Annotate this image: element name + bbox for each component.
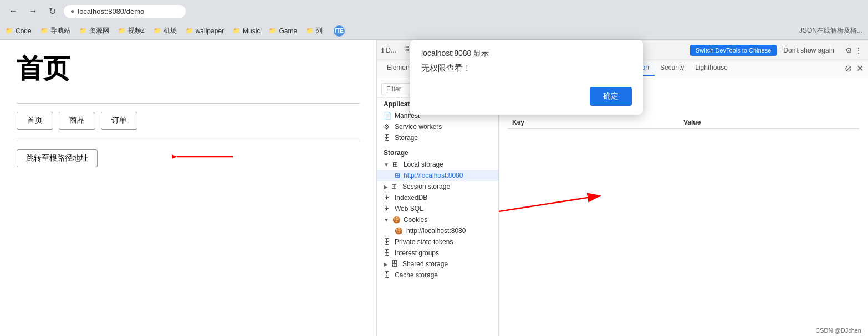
clear-icon[interactable]: ⊘ bbox=[845, 63, 852, 74]
sidebar-local-storage-origin-label: http://localhost:8080 bbox=[404, 172, 463, 179]
sidebar-session-storage-label: Session storage bbox=[402, 183, 450, 190]
bookmark-list[interactable]: 📁 列 bbox=[306, 26, 323, 35]
bookmark-nav[interactable]: 📁 导航站 bbox=[40, 26, 70, 35]
popup-header: localhost:8080 显示 bbox=[421, 49, 632, 59]
folder-icon: 📁 bbox=[233, 27, 241, 34]
bookmark-wallpaper[interactable]: 📁 wallpaper bbox=[186, 27, 224, 35]
bookmark-label: 资源网 bbox=[89, 26, 109, 35]
key-column-header: Key bbox=[512, 118, 683, 126]
devtools-content: http://localhost:8080 Origin http://loca… bbox=[499, 76, 868, 336]
reload-button[interactable]: ↻ bbox=[45, 4, 59, 19]
divider-1 bbox=[17, 103, 360, 104]
more-icon[interactable]: ⋮ bbox=[855, 46, 862, 55]
jump-button[interactable]: 跳转至根路径地址 bbox=[17, 149, 98, 167]
manifest-icon: 📄 bbox=[384, 112, 391, 120]
web-sql-icon: 🗄 bbox=[384, 205, 391, 213]
divider-2 bbox=[17, 141, 360, 141]
nav-home-button[interactable]: 首页 bbox=[17, 112, 53, 130]
forward-button[interactable]: → bbox=[25, 4, 41, 18]
bookmark-airport[interactable]: 📁 机场 bbox=[154, 26, 177, 35]
settings-icon[interactable]: ⚙ bbox=[845, 46, 852, 55]
sidebar-item-cookies[interactable]: ▼ 🍪 Cookies bbox=[377, 214, 498, 225]
bookmark-music[interactable]: 📁 Music bbox=[233, 27, 260, 35]
footer-label: CSDN @DJchen bbox=[815, 327, 861, 334]
private-state-icon: 🗄 bbox=[384, 238, 391, 246]
devtools-hint: ℹ D... bbox=[381, 46, 396, 54]
devtools-sidebar: Application 📄 Manifest ⚙ Service workers… bbox=[377, 76, 499, 336]
value-column-header: Value bbox=[683, 118, 855, 126]
sidebar-item-local-storage-origin[interactable]: ⊞ http://localhost:8080 bbox=[377, 170, 498, 181]
sidebar-item-shared-storage[interactable]: ▶ 🗄 Shared storage bbox=[377, 259, 498, 270]
bookmarks-bar: 📁 Code 📁 导航站 📁 资源网 📁 视频z 📁 机场 📁 wallpape… bbox=[0, 22, 868, 40]
sidebar-item-private-state[interactable]: 🗄 Private state tokens bbox=[377, 236, 498, 247]
session-storage-icon: ⊞ bbox=[391, 183, 399, 190]
expand-arrow: ▼ bbox=[384, 162, 389, 168]
tab-security[interactable]: Security bbox=[655, 60, 690, 76]
sidebar-storage-label: Storage bbox=[395, 134, 418, 142]
bookmark-res[interactable]: 📁 资源网 bbox=[79, 26, 109, 35]
sidebar-shared-storage-label: Shared storage bbox=[402, 260, 448, 268]
sidebar-item-web-sql[interactable]: 🗄 Web SQL bbox=[377, 203, 498, 214]
bookmark-video[interactable]: 📁 视频z bbox=[118, 26, 145, 35]
annotation-arrow bbox=[172, 148, 238, 165]
page-content: 首页 首页 商品 订单 跳转至根路径地址 bbox=[0, 40, 377, 336]
cache-storage-icon: 🗄 bbox=[384, 271, 391, 279]
storage-section-label: Storage bbox=[377, 147, 498, 159]
folder-icon: 📁 bbox=[40, 27, 48, 34]
sidebar-web-sql-label: Web SQL bbox=[395, 205, 423, 213]
nav-goods-button[interactable]: 商品 bbox=[59, 112, 95, 130]
switch-devtools-button[interactable]: Switch DevTools to Chinese bbox=[690, 45, 777, 56]
expand-arrow-session: ▶ bbox=[384, 184, 388, 190]
user-avatar[interactable]: iTE bbox=[334, 25, 345, 37]
notification-popup: localhost:8080 显示 无权限查看！ 确定 bbox=[410, 40, 643, 115]
sidebar-interest-groups-label: Interest groups bbox=[395, 249, 439, 257]
back-button[interactable]: ← bbox=[6, 4, 21, 18]
bookmark-label: Music bbox=[243, 27, 260, 35]
address-bar[interactable]: ● localhost:8080/demo bbox=[64, 5, 186, 18]
sidebar-cache-storage-label: Cache storage bbox=[395, 271, 438, 279]
dt-table-header: Key Value bbox=[508, 116, 859, 129]
cookies-sub-icon: 🍪 bbox=[395, 227, 403, 235]
lock-icon: ● bbox=[70, 7, 74, 15]
folder-icon: 📁 bbox=[186, 27, 193, 34]
bookmark-label: Game bbox=[279, 27, 297, 35]
popup-confirm-button[interactable]: 确定 bbox=[590, 87, 632, 106]
sidebar-cookies-label: Cookies bbox=[404, 216, 427, 224]
bookmark-game[interactable]: 📁 Game bbox=[269, 27, 297, 35]
tab-lighthouse[interactable]: Lighthouse bbox=[690, 60, 733, 76]
dont-show-label[interactable]: Don't show again bbox=[779, 44, 839, 56]
bookmark-label: 机场 bbox=[164, 26, 177, 35]
close-devtools-button[interactable]: ✕ bbox=[856, 63, 864, 74]
bookmark-code[interactable]: 📁 Code bbox=[6, 27, 32, 35]
bookmark-label: Code bbox=[16, 27, 32, 35]
bookmark-label: 导航站 bbox=[50, 26, 70, 35]
sidebar-item-indexeddb[interactable]: 🗄 IndexedDB bbox=[377, 192, 498, 203]
devtools-action-icons: ⊘ ✕ bbox=[845, 63, 864, 74]
expand-arrow-cookies: ▼ bbox=[384, 217, 389, 223]
sidebar-item-cookies-origin[interactable]: 🍪 http://localhost:8080 bbox=[377, 225, 498, 236]
sidebar-item-session-storage[interactable]: ▶ ⊞ Session storage bbox=[377, 181, 498, 192]
sidebar-local-storage-label: Local storage bbox=[404, 161, 443, 168]
nav-order-button[interactable]: 订单 bbox=[101, 112, 137, 130]
cookies-icon: 🍪 bbox=[392, 216, 400, 224]
url-text: localhost:8080/demo bbox=[78, 7, 144, 15]
sidebar-indexeddb-label: IndexedDB bbox=[395, 194, 427, 201]
sidebar-item-interest-groups[interactable]: 🗄 Interest groups bbox=[377, 247, 498, 259]
sidebar-item-cache-storage[interactable]: 🗄 Cache storage bbox=[377, 270, 498, 281]
shared-storage-icon: 🗄 bbox=[391, 260, 399, 268]
sidebar-private-state-label: Private state tokens bbox=[395, 238, 453, 246]
page-nav: 首页 商品 订单 bbox=[17, 112, 360, 130]
sidebar-sw-label: Service workers bbox=[395, 123, 442, 131]
external-link: JSON在线解析及格... bbox=[799, 26, 862, 35]
expand-arrow-shared: ▶ bbox=[384, 261, 388, 267]
page-title: 首页 bbox=[17, 51, 360, 86]
popup-message: 无权限查看！ bbox=[421, 63, 632, 74]
folder-icon: 📁 bbox=[269, 27, 277, 34]
sidebar-item-storage[interactable]: 🗄 Storage bbox=[377, 132, 498, 143]
bookmark-label: wallpaper bbox=[196, 27, 224, 35]
folder-icon: 📁 bbox=[79, 27, 87, 34]
folder-icon: 📁 bbox=[306, 27, 314, 34]
sidebar-item-service-workers[interactable]: ⚙ Service workers bbox=[377, 121, 498, 132]
sidebar-item-local-storage[interactable]: ▼ ⊞ Local storage bbox=[377, 159, 498, 170]
nav-bar: ← → ↻ ● localhost:8080/demo bbox=[0, 0, 868, 22]
